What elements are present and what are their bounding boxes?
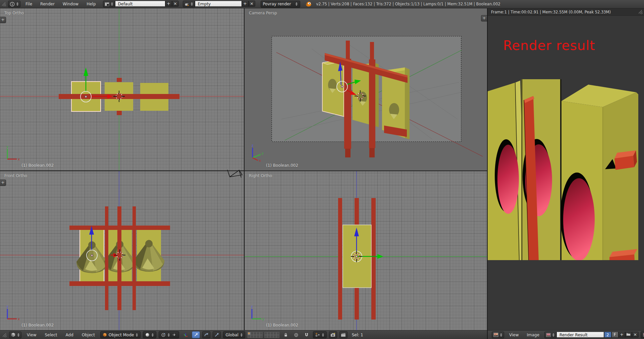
render-result-overlay-text: Render result bbox=[503, 38, 595, 53]
red-post-section[interactable] bbox=[117, 78, 122, 82]
viewport-top-scene[interactable] bbox=[0, 8, 244, 171]
render-engine-select[interactable]: Povray render bbox=[261, 1, 300, 8]
transform-orientation-select[interactable]: Global bbox=[223, 331, 245, 338]
viewport-camera-persp[interactable]: Camera Persp + z y x (1) Boolean.002 bbox=[245, 8, 487, 171]
menu-select[interactable]: Select bbox=[42, 333, 60, 337]
svg-text:y: y bbox=[262, 317, 264, 321]
updown-arrows-icon bbox=[240, 333, 243, 337]
rendered-image[interactable] bbox=[488, 79, 638, 260]
render-stats-text: Frame:1 | Time:00:02.91 | Mem:32.55M (0.… bbox=[491, 10, 611, 14]
screen-layout-name-field[interactable]: Default bbox=[115, 1, 165, 7]
delete-layout-button[interactable]: × bbox=[172, 1, 179, 7]
snap-toggle-button[interactable] bbox=[303, 331, 311, 338]
updown-arrows-icon bbox=[152, 333, 154, 337]
active-object-info: (1) Boolean.002 bbox=[21, 163, 54, 168]
open-image-button[interactable] bbox=[625, 332, 632, 338]
editor-type-button-info[interactable] bbox=[8, 1, 20, 7]
viewport-shading-select[interactable] bbox=[143, 331, 156, 338]
render-right-block bbox=[560, 79, 638, 260]
image-browse-selector[interactable] bbox=[544, 332, 556, 338]
rotate-manipulator-button[interactable] bbox=[202, 331, 210, 338]
viewport-right-ortho[interactable]: Right Ortho z y (1) Boolean.002 bbox=[245, 171, 487, 330]
info-icon bbox=[10, 2, 15, 7]
layers-widget[interactable] bbox=[248, 332, 279, 338]
unlink-image-button[interactable]: × bbox=[632, 332, 639, 338]
snap-element-select[interactable] bbox=[313, 331, 327, 338]
active-object-info: (1) Boolean.002 bbox=[21, 323, 54, 328]
add-scene-button[interactable]: + bbox=[242, 1, 249, 7]
corner-grip-icon[interactable] bbox=[638, 9, 643, 15]
viewport-front-scene[interactable] bbox=[0, 171, 244, 330]
cube-object[interactable] bbox=[133, 230, 164, 281]
translate-manipulator-button[interactable] bbox=[192, 331, 200, 338]
svg-text:y: y bbox=[262, 151, 264, 155]
viewport-label: Top Ortho bbox=[4, 11, 24, 15]
proportional-edit-button[interactable] bbox=[292, 331, 300, 338]
viewport-top-ortho[interactable]: Top Ortho + y x (1) Boolean.002 bbox=[0, 8, 244, 171]
menu-object[interactable]: Object bbox=[79, 333, 98, 337]
menu-render[interactable]: Render bbox=[37, 2, 58, 6]
viewport-label: Front Ortho bbox=[4, 174, 27, 178]
delete-scene-button[interactable]: × bbox=[249, 1, 255, 7]
axis-gizmo: z y x bbox=[249, 144, 268, 162]
updown-arrows-icon bbox=[16, 2, 18, 6]
object-mode-cube-icon bbox=[103, 333, 107, 337]
layout-icon bbox=[105, 2, 109, 6]
scene-name-field[interactable]: Empty bbox=[195, 1, 242, 7]
screen-layout-selector[interactable] bbox=[103, 1, 115, 7]
scene-icon bbox=[184, 2, 189, 6]
updown-arrows-icon bbox=[136, 333, 138, 337]
menu-file[interactable]: File bbox=[22, 2, 35, 6]
svg-text:z: z bbox=[252, 144, 253, 147]
menu-view[interactable]: View bbox=[24, 333, 39, 337]
scale-icon bbox=[214, 333, 219, 337]
fake-user-button[interactable]: F bbox=[611, 332, 619, 338]
red-bar-object[interactable] bbox=[59, 94, 179, 99]
menu-window[interactable]: Window bbox=[60, 2, 82, 6]
properties-expand-button[interactable]: + bbox=[481, 15, 487, 21]
toolshelf-expand-button[interactable]: + bbox=[0, 180, 6, 186]
new-image-button[interactable]: + bbox=[619, 332, 625, 338]
layers-grid-1[interactable] bbox=[248, 332, 263, 338]
image-editor[interactable]: Frame:1 | Time:00:02.91 | Mem:32.55M (0.… bbox=[488, 8, 644, 330]
svg-text:x: x bbox=[18, 157, 20, 161]
manipulator-axes-button[interactable] bbox=[181, 331, 190, 338]
render-opengl-still-button[interactable] bbox=[329, 331, 337, 338]
scene-selector[interactable] bbox=[183, 1, 195, 7]
selection-count: Sel: 1 bbox=[352, 333, 363, 337]
svg-text:z: z bbox=[6, 305, 8, 308]
render-opengl-anim-button[interactable] bbox=[339, 331, 347, 338]
updown-arrows-icon bbox=[191, 2, 193, 6]
viewport-right-scene[interactable] bbox=[245, 171, 487, 330]
scale-manipulator-button[interactable] bbox=[213, 331, 221, 338]
mode-select[interactable]: Object Mode bbox=[100, 331, 141, 338]
pivot-point-select[interactable] bbox=[159, 331, 179, 338]
layers-grid-2[interactable] bbox=[264, 332, 279, 338]
toolshelf-expand-button[interactable]: + bbox=[0, 17, 6, 23]
updown-arrows-icon bbox=[168, 333, 170, 337]
updown-arrows-icon bbox=[296, 2, 298, 6]
corner-grip-icon[interactable] bbox=[2, 333, 7, 337]
lock-to-scene-button[interactable] bbox=[282, 331, 290, 338]
add-layout-button[interactable]: + bbox=[165, 1, 172, 7]
red-post-section[interactable] bbox=[117, 111, 122, 115]
menu-view[interactable]: View bbox=[506, 333, 522, 337]
editor-type-button-image[interactable] bbox=[492, 332, 504, 338]
image-users-count[interactable]: 2 bbox=[604, 332, 611, 338]
viewport-camera-scene[interactable] bbox=[245, 8, 487, 171]
image-name-field[interactable]: Render Result bbox=[556, 332, 604, 338]
menu-image[interactable]: Image bbox=[524, 333, 542, 337]
manipulator-toggle-icon[interactable] bbox=[172, 333, 177, 337]
camera-icon bbox=[330, 333, 335, 337]
editor-type-button-3dview[interactable] bbox=[9, 332, 21, 338]
viewport-label: Camera Persp bbox=[249, 11, 277, 15]
menu-help[interactable]: Help bbox=[84, 2, 99, 6]
translate-icon bbox=[194, 333, 198, 337]
updown-arrows-icon bbox=[552, 333, 554, 337]
menu-add[interactable]: Add bbox=[63, 333, 76, 337]
corner-grip-icon[interactable] bbox=[1, 2, 6, 6]
orientation-label: Global bbox=[225, 333, 238, 337]
render-left-block bbox=[488, 81, 525, 260]
viewport-front-ortho[interactable]: Front Ortho + z x (1) Boolean.002 bbox=[0, 171, 244, 330]
slot-select[interactable]: View bbox=[641, 331, 644, 338]
